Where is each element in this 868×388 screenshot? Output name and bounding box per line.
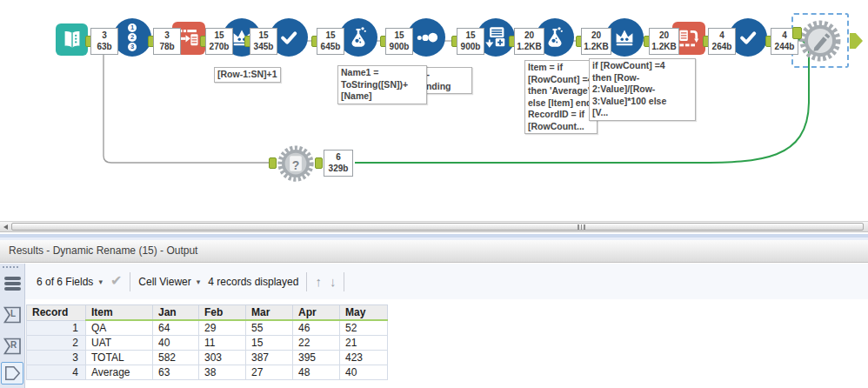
data-size: 78b [154, 41, 180, 52]
sort-dots-icon [413, 24, 439, 50]
formula-tool[interactable] [339, 18, 377, 57]
anchor-letter: R [10, 340, 17, 350]
annotation-line: [Name] [341, 90, 424, 103]
output-anchor-button[interactable] [3, 365, 23, 384]
cell: TOTAL [86, 350, 153, 365]
annotation-line: ToString([SN])+ [341, 79, 424, 91]
record-count: 15 [386, 30, 412, 41]
column-header[interactable]: Jan [153, 305, 199, 321]
data-size: 1.2KB [515, 41, 544, 52]
input-data-tool[interactable] [56, 23, 88, 56]
data-size: 270b [206, 41, 232, 52]
data-size: 345b [250, 41, 277, 52]
cell: 55 [246, 320, 293, 335]
annotation-line: then [Row- [592, 72, 692, 84]
cell: UAT [86, 335, 153, 350]
cell: 15 [246, 335, 293, 350]
record-number-cell: 1 [27, 320, 86, 335]
table-row: 1 QA 64 29 55 46 52 [27, 320, 388, 335]
generate-rows-icon [483, 24, 509, 50]
connection-count-box: 15 345b [250, 28, 277, 55]
annotation-line: then 'Average' [528, 85, 594, 97]
left-input-anchor-button[interactable]: L [3, 305, 23, 324]
records-view-button[interactable] [4, 277, 21, 291]
connection-count-box: 20 1.2KB [649, 28, 679, 55]
table-row: 4 Average 63 38 27 48 40 [27, 365, 388, 379]
open-book-icon [60, 28, 84, 52]
question-macro-tool[interactable]: ? [277, 144, 315, 186]
cell: 63 [153, 365, 199, 379]
scroll-left-button[interactable] [0, 222, 10, 231]
annotation-line: [RowCount] =4 [528, 74, 594, 86]
record-id-icon: 1 2 3 [128, 23, 137, 51]
connection-count-box: 4 264b [708, 28, 736, 55]
connection-count-box: 6 329b [324, 150, 353, 177]
flask-icon [542, 24, 568, 50]
connection-count-box: 20 1.2KB [581, 28, 611, 55]
column-header[interactable]: Apr [293, 305, 340, 321]
data-size: 264b [709, 41, 735, 52]
cell-viewer-dropdown[interactable]: Cell Viewer [138, 276, 190, 288]
results-title: Results - Dynamic Rename (15) - Output [9, 244, 197, 257]
cell: 29 [199, 320, 246, 335]
table-row: 3 TOTAL 582 303 387 395 423 [27, 350, 388, 365]
record-count: 15 [317, 30, 344, 41]
macro-output-anchor[interactable] [315, 157, 323, 169]
chevron-down-icon[interactable]: ▾ [197, 278, 201, 286]
connection-count-box: 3 63b [90, 28, 118, 55]
canvas-horizontal-scrollbar[interactable] [0, 221, 868, 232]
results-title-bar: Results - Dynamic Rename (15) - Output [0, 240, 868, 263]
scroll-left-icon [3, 224, 8, 230]
cell: 11 [199, 335, 246, 350]
annotation-line: [Row-1:SN]+1 [217, 69, 277, 81]
alteryx-designer: 1 2 3 [0, 0, 868, 388]
right-input-anchor-button[interactable]: R [3, 337, 23, 356]
connection-count-box: 15 270b [205, 28, 233, 55]
annotation-formula-2: Item = if [RowCount] =4 then 'Average' e… [524, 60, 598, 134]
record-count: 15 [457, 30, 484, 41]
results-left-strip: L R [0, 264, 25, 388]
apply-check-icon[interactable]: ✔ [110, 272, 122, 289]
arrow-up-icon[interactable]: ↑ [315, 274, 322, 289]
scrollbar-grip-icon [578, 224, 588, 230]
checkmark-icon [735, 24, 761, 50]
record-count: 15 [250, 30, 277, 41]
annotation-line: [V... [592, 107, 692, 119]
record-id-tool[interactable]: 1 2 3 [113, 18, 151, 57]
cell: 27 [246, 365, 293, 379]
fields-summary-dropdown[interactable]: 6 of 6 Fields [37, 276, 93, 288]
checkmark-icon [276, 24, 302, 50]
column-header[interactable]: Mar [246, 305, 293, 321]
question-mark: ? [277, 144, 315, 186]
connection-count-box: 3 78b [153, 28, 181, 55]
column-header[interactable]: Record [27, 305, 86, 321]
drag-handle-icon[interactable] [3, 266, 23, 268]
cell: 48 [293, 365, 340, 379]
data-size: 63b [91, 41, 117, 52]
dynamic-rename-input-anchor[interactable] [792, 27, 802, 39]
scrollbar-thumb[interactable] [11, 223, 864, 231]
data-size: 1.2KB [582, 41, 611, 52]
column-header[interactable]: May [340, 305, 388, 321]
results-table: Record Item Jan Feb Mar Apr May 1 QA 64 … [26, 304, 388, 380]
cell: 40 [153, 335, 199, 350]
flask-icon [345, 24, 371, 50]
chevron-down-icon[interactable]: ▾ [98, 278, 103, 286]
column-header[interactable]: Item [86, 305, 153, 321]
anchor-letter: L [10, 309, 16, 318]
dynamic-rename-tool[interactable] [798, 19, 842, 66]
annotation-line: [RowCount... [528, 121, 594, 133]
record-number-cell: 2 [27, 335, 86, 350]
arrow-down-icon[interactable]: ↓ [330, 274, 337, 289]
cell: 38 [199, 365, 246, 379]
cell: 21 [340, 335, 388, 350]
column-header[interactable]: Feb [199, 305, 246, 321]
cell: 40 [340, 365, 388, 379]
macro-input-anchor[interactable] [269, 157, 277, 169]
cell: QA [86, 320, 153, 335]
workflow-canvas[interactable]: 1 2 3 [0, 0, 868, 221]
panel-splitter[interactable] [0, 232, 868, 240]
annotation-line: Name1 = [341, 67, 424, 79]
record-number-cell: 4 [27, 365, 86, 379]
annotation-multi-row-formula-2: if [RowCount] =4 then [Row- 2:Value]/[Ro… [589, 58, 696, 121]
